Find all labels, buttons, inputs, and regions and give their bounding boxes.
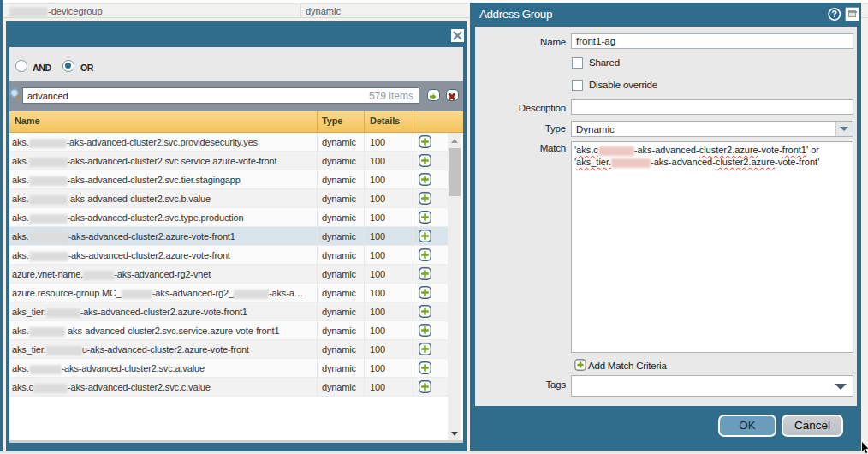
svg-text:?: ? bbox=[832, 9, 837, 19]
